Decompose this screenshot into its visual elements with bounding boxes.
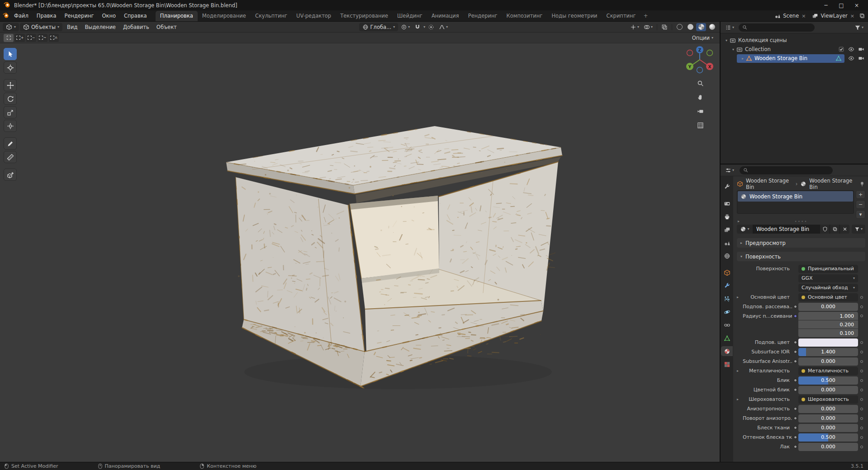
viewport-menu-2[interactable]: Добавить [119,23,153,32]
select-mode-set[interactable] [4,34,14,42]
vector-value-0[interactable]: 1.000 [798,312,858,320]
vector-value-2[interactable]: 0.100 [798,329,858,337]
expander-icon[interactable]: ▸ [737,369,743,373]
decorator-dot-icon[interactable] [860,351,863,353]
workspace-tab-7[interactable]: Рендеринг [464,11,502,21]
properties-tab-physics[interactable] [721,307,733,317]
properties-tab-texture[interactable] [721,359,733,369]
properties-tab-object[interactable] [721,268,733,277]
viewport-menu-1[interactable]: Выделение [81,23,119,32]
outliner-selected-row[interactable]: ▸Wooden Storage Bin [737,54,844,63]
workspace-tab-3[interactable]: UV-редактор [292,11,336,21]
slot-specials-button[interactable]: ▾ [856,210,865,219]
shading-material-preview-button[interactable] [696,23,706,31]
decorator-dot-icon[interactable] [860,389,863,391]
select-mode-invert[interactable]: ~ [38,34,47,42]
texture-link-12[interactable]: Шероховатость [798,395,858,404]
decorator-dot-icon[interactable] [860,370,863,372]
slider-11[interactable]: 0.000 [798,386,858,394]
slot-expand-caret[interactable]: ▸ [738,219,740,223]
outliner-search-input[interactable] [739,24,815,32]
shading-wireframe-button[interactable] [674,23,684,31]
material-browse-button[interactable]: ▾ [737,225,753,234]
properties-tab-render[interactable] [721,198,733,208]
tool-box-select[interactable] [4,48,17,60]
breadcrumb-material[interactable]: Wooden Storage Bin [809,178,856,190]
properties-tab-output[interactable] [721,212,733,221]
slider-10[interactable]: 0.500 [798,376,858,385]
properties-search-input[interactable] [740,166,833,174]
maximize-button[interactable]: □ [834,0,849,10]
tool-rotate[interactable] [4,93,17,105]
wooden-storage-bin-object[interactable] [226,126,562,389]
properties-tab-material[interactable] [721,346,733,356]
workspace-tab-1[interactable]: Моделирование [198,11,251,21]
minimize-button[interactable]: ─ [818,0,834,10]
dropdown-2[interactable]: Случайный обход▾ [798,284,858,292]
workspace-tab-2[interactable]: Скульптинг [251,11,292,21]
properties-tab-tool[interactable] [721,182,733,192]
unlink-material-button[interactable] [840,225,849,234]
tool-cursor[interactable] [4,61,17,74]
decorator-dot-icon[interactable] [860,379,863,382]
eye-toggle[interactable] [848,46,854,52]
eye-toggle[interactable] [848,55,854,61]
properties-tab-view-layer[interactable] [721,225,733,235]
pan-button[interactable] [694,91,706,103]
scene-selector[interactable]: Scene × [773,12,807,19]
workspace-tab-5[interactable]: Шейдинг [393,11,427,21]
gizmo-dropdown[interactable]: ▾ [628,23,641,31]
outliner-row-1[interactable]: ▾Collection [721,45,868,54]
properties-editor-button[interactable]: ▾ [723,166,736,174]
camera-toggle[interactable] [858,46,864,52]
new-view-layer-button[interactable] [859,13,865,19]
view-layer-unlink-button[interactable]: × [850,13,854,19]
remove-slot-button[interactable]: − [856,200,865,209]
dropdown-0[interactable]: Принципиальный BSDF [798,265,858,273]
decorator-dot-icon[interactable] [860,408,863,410]
slider-7[interactable]: 1.400 [798,348,858,356]
texture-link-9[interactable]: Металличность [798,367,858,375]
camera-view-button[interactable] [694,105,706,117]
expander-icon[interactable]: ▸ [737,397,743,401]
zoom-button[interactable] [694,77,706,89]
outliner-editor-button[interactable]: ▾ [723,24,736,32]
tool-move[interactable] [4,79,17,91]
add-slot-button[interactable]: + [856,190,865,199]
material-slot[interactable]: Wooden Storage Bin [738,191,853,202]
workspace-tab-4[interactable]: Текстурирование [336,11,393,21]
slider-8[interactable]: 0.000 [798,357,858,366]
shading-rendered-button[interactable] [707,23,717,31]
panel-surface-header[interactable]: ▾ Поверхность [737,252,865,261]
menu-0[interactable]: Файл [10,11,33,20]
close-button[interactable]: × [849,0,864,10]
blender-menu-button[interactable] [3,12,9,20]
disclosure-open-icon[interactable]: ▾ [730,47,736,52]
overlays-dropdown[interactable]: ▾ [642,23,655,31]
decorator-dot-icon[interactable] [860,306,863,308]
decorator-dot-icon[interactable] [860,427,863,429]
slider-16[interactable]: 0.500 [798,433,858,442]
menu-4[interactable]: Справка [120,11,151,20]
outliner-row-0[interactable]: ▾Коллекция сцены [721,36,868,45]
decorator-dot-icon[interactable] [860,315,863,317]
material-name-field[interactable]: Wooden Storage Bin [753,225,820,234]
tool-scale[interactable] [4,106,17,118]
snap-toggle[interactable] [413,23,422,31]
slider-15[interactable]: 0.000 [798,424,858,432]
camera-toggle[interactable] [858,55,864,61]
decorator-dot-icon[interactable] [860,341,863,344]
fake-user-button[interactable] [820,225,830,234]
slider-13[interactable]: 0.000 [798,405,858,413]
expander-icon[interactable]: ▸ [737,295,743,299]
view-layer-selector[interactable]: ViewLayer × [810,12,856,19]
list-resize-grip[interactable]: ▸ •••• [737,219,865,224]
xray-toggle[interactable] [659,23,669,31]
workspace-tab-9[interactable]: Ноды геометрии [547,11,602,21]
falloff-dropdown[interactable]: ▾ [437,23,450,31]
pivot-dropdown[interactable]: ▾ [399,23,412,31]
viewport-3d[interactable]: ▾ Объекты▾ ВидВыделениеДобавитьОбъект Гл… [0,22,720,462]
orientation-dropdown[interactable]: Глоба...▾ [359,23,398,31]
shading-solid-button[interactable] [685,23,695,31]
viewport-canvas[interactable] [0,44,720,462]
